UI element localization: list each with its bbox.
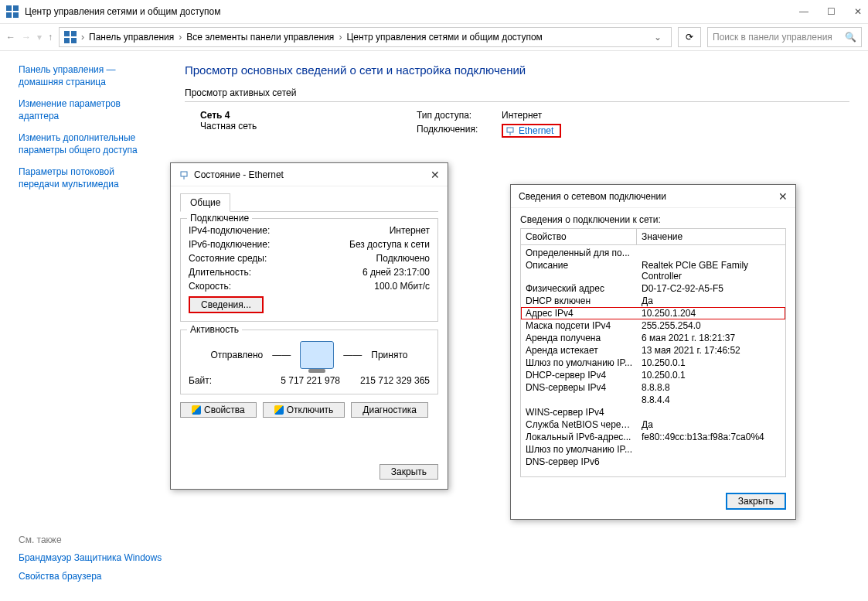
table-row[interactable]: Шлюз по умолчанию IP...10.250.0.1 [521,357,785,369]
prop-value: 8.8.8.8 [637,381,785,394]
received-label: Принято [371,350,407,360]
prop-name: Описание [521,259,637,282]
breadcrumb-item[interactable]: Панель управления [89,32,174,43]
prop-name [521,394,637,406]
details-button[interactable]: Сведения... [189,296,264,313]
maximize-button[interactable]: ☐ [827,6,836,17]
see-also-browser[interactable]: Свойства браузера [19,570,162,582]
search-input[interactable]: Поиск в панели управления 🔍 [707,27,862,47]
table-row[interactable]: ОписаниеRealtek PCIe GBE Family Controll… [521,259,785,282]
prop-value [637,406,785,418]
table-row[interactable]: DHCP включенДа [521,295,785,307]
details-dialog: Сведения о сетевом подключении ✕ Сведени… [510,184,796,520]
forward-button[interactable]: → [22,32,31,43]
table-row[interactable]: Маска подсети IPv4255.255.254.0 [521,319,785,332]
breadcrumb-item[interactable]: Все элементы панели управления [186,32,334,43]
status-dialog-close-icon[interactable]: ✕ [431,169,440,181]
prop-value: 8.8.4.4 [637,394,785,406]
prop-value: 255.255.254.0 [637,319,785,332]
sidebar-item-streaming[interactable]: Параметры потоковой передачи мультимедиа [19,166,157,190]
prop-name: Служба NetBIOS через... [521,418,637,431]
table-row[interactable]: Определенный для по... [521,247,785,259]
prop-value: 10.250.0.1 [637,357,785,369]
prop-value: 10.250.0.1 [637,369,785,381]
sidebar-item-sharing[interactable]: Изменить дополнительные параметры общего… [19,131,157,156]
table-row[interactable]: WINS-сервер IPv4 [521,406,785,418]
access-type-value: Интернет [502,110,542,121]
sidebar-item-adapter[interactable]: Изменение параметров адаптера [19,97,157,122]
svg-rect-5 [71,31,77,36]
svg-rect-0 [6,5,12,11]
refresh-button[interactable]: ⟳ [678,27,701,47]
svg-rect-2 [6,12,12,18]
svg-rect-6 [64,38,70,43]
table-row[interactable]: Локальный IPv6-адрес...fe80::49cc:b13a:f… [521,431,785,443]
breadcrumb-dropdown-icon[interactable]: ⌄ [649,32,666,43]
sidebar-item-home[interactable]: Панель управления — домашняя страница [19,63,157,88]
prop-name: Аренда получена [521,332,637,344]
location-icon [64,31,77,43]
prop-name: DHCP включен [521,295,637,307]
status-dialog: Состояние - Ethernet ✕ Общие Подключение… [170,162,448,490]
page-heading: Просмотр основных сведений о сети и наст… [185,63,849,77]
chevron-right-icon: › [339,32,342,43]
see-also-firewall[interactable]: Брандмауэр Защитника Windows [19,551,162,564]
back-button[interactable]: ← [6,32,15,43]
breadcrumb[interactable]: › Панель управления › Все элементы панел… [59,27,672,47]
svg-rect-4 [64,31,70,36]
table-row[interactable]: DNS-серверы IPv48.8.8.8 [521,381,785,394]
table-row[interactable]: Служба NetBIOS через...Да [521,418,785,431]
status-dialog-title: Состояние - Ethernet [194,169,284,180]
disable-button[interactable]: Отключить [263,402,345,418]
search-placeholder: Поиск в панели управления [713,32,832,43]
table-row[interactable]: Аренда получена6 мая 2021 г. 18:21:37 [521,332,785,344]
table-row[interactable]: Аренда истекает13 мая 2021 г. 17:46:52 [521,344,785,357]
network-name: Сеть 4 [200,110,417,121]
table-row[interactable]: DHCP-сервер IPv410.250.0.1 [521,369,785,381]
prop-name: Маска подсети IPv4 [521,319,637,332]
breadcrumb-item[interactable]: Центр управления сетями и общим доступом [346,32,543,43]
prop-value: Realtek PCIe GBE Family Controller [637,259,785,282]
diagnose-button[interactable]: Диагностика [351,402,428,418]
details-close-button[interactable]: Закрыть [726,493,786,510]
prop-value: Да [637,418,785,431]
activity-group-label: Активность [187,324,242,335]
details-table: Свойство Значение Определенный для по...… [520,228,786,477]
table-row[interactable]: 8.8.4.4 [521,394,785,406]
shield-icon [274,405,284,415]
column-value[interactable]: Значение [637,229,687,244]
prop-name: Локальный IPv6-адрес... [521,431,637,443]
prop-value: D0-17-C2-92-A5-F5 [637,282,785,295]
prop-value: 13 мая 2021 г. 17:46:52 [637,344,785,357]
properties-button[interactable]: Свойства [180,402,257,418]
table-row[interactable]: Физический адресD0-17-C2-92-A5-F5 [521,282,785,295]
svg-rect-3 [13,12,19,18]
ethernet-link[interactable]: Ethernet [502,124,561,138]
duration-label: Длительность: [189,267,305,278]
connections-label: Подключения: [417,124,502,138]
ethernet-link-label: Ethernet [519,125,553,136]
chevron-right-icon: › [179,32,182,43]
prop-value: 6 мая 2021 г. 18:21:37 [637,332,785,344]
sent-label: Отправлено [211,350,264,360]
up-button[interactable]: ↑ [48,32,53,43]
bytes-label: Байт: [189,375,250,386]
active-networks-label: Просмотр активных сетей [185,87,849,98]
column-property[interactable]: Свойство [521,229,637,244]
tab-general[interactable]: Общие [180,193,230,212]
details-dialog-close-icon[interactable]: ✕ [778,190,788,203]
history-dropdown[interactable]: ▾ [37,32,42,43]
table-row[interactable]: Адрес IPv410.250.1.204 [521,307,785,319]
minimize-button[interactable]: — [799,6,808,17]
media-state-value: Подключено [376,253,430,264]
table-row[interactable]: Шлюз по умолчанию IP... [521,443,785,456]
bytes-sent: 5 717 221 978 [250,375,340,386]
status-close-button[interactable]: Закрыть [380,464,438,480]
prop-name: WINS-сервер IPv4 [521,406,637,418]
close-window-button[interactable]: ✕ [854,6,862,17]
speed-value: 100.0 Мбит/с [374,281,430,292]
prop-name: DHCP-сервер IPv4 [521,369,637,381]
table-row[interactable]: DNS-сервер IPv6 [521,456,785,468]
prop-name: Адрес IPv4 [521,307,637,319]
see-also-section: См. также Брандмауэр Защитника Windows С… [19,534,162,589]
